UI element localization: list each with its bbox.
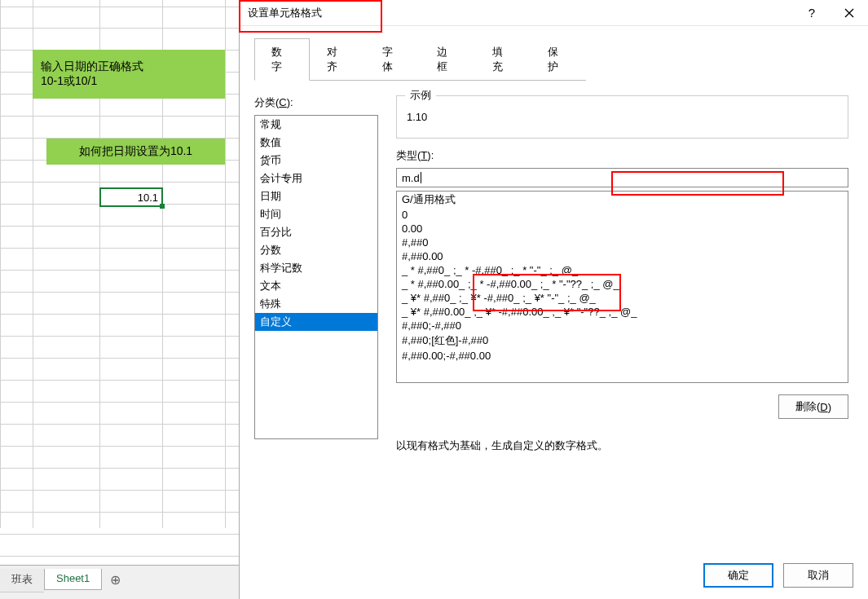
format-code-item[interactable]: #,##0.00 <box>397 249 848 263</box>
sheet-tabbar: 班表 Sheet1 ⊕ <box>0 565 240 599</box>
selected-cell[interactable]: 10.1 <box>99 187 163 207</box>
close-icon <box>844 8 854 18</box>
ok-button[interactable]: 确定 <box>703 563 773 588</box>
format-code-item[interactable]: _ * #,##0.00_ ;_ * -#,##0.00_ ;_ * "-"??… <box>397 277 848 291</box>
format-cells-dialog: 设置单元格格式 ? 数字 对齐 字体 边框 填充 保护 分类(C): 常规数值货… <box>239 0 868 599</box>
tab-align[interactable]: 对齐 <box>310 38 365 81</box>
category-item[interactable]: 文本 <box>255 277 377 295</box>
help-button[interactable]: ? <box>793 1 831 25</box>
delete-button[interactable]: 删除(D) <box>778 394 848 419</box>
tab-font[interactable]: 字体 <box>365 38 421 81</box>
category-item[interactable]: 货币 <box>255 152 377 170</box>
category-item[interactable]: 会计专用 <box>255 170 377 187</box>
format-code-item[interactable]: G/通用格式 <box>397 192 848 208</box>
format-code-item[interactable]: #,##0.00;-#,##0.00 <box>397 349 848 363</box>
dialog-tabs: 数字 对齐 字体 边框 填充 保护 <box>254 37 586 81</box>
text-caret <box>421 172 421 183</box>
type-input[interactable]: m.d <box>396 168 848 187</box>
category-item[interactable]: 百分比 <box>255 223 377 241</box>
note-input-format: 输入日期的正确格式 10-1或10/1 <box>33 50 225 99</box>
format-code-item[interactable]: _ ¥* #,##0.00_ ;_ ¥* -#,##0.00_ ;_ ¥* "-… <box>397 305 848 319</box>
format-code-item[interactable]: _ ¥* #,##0_ ;_ ¥* -#,##0_ ;_ ¥* "-"_ ;_ … <box>397 291 848 305</box>
note-line1: 输入日期的正确格式 <box>41 59 143 74</box>
add-sheet-button[interactable]: ⊕ <box>102 569 129 591</box>
type-input-value: m.d <box>402 172 420 184</box>
grid[interactable]: 输入日期的正确格式 10-1或10/1 如何把日期设置为10.1 10.1 <box>0 0 240 565</box>
tab-border[interactable]: 边框 <box>420 38 475 81</box>
category-item[interactable]: 时间 <box>255 205 377 223</box>
format-code-item[interactable]: #,##0 <box>397 236 848 249</box>
hint-text: 以现有格式为基础，生成自定义的数字格式。 <box>396 438 853 453</box>
category-item[interactable]: 自定义 <box>255 313 377 331</box>
category-item[interactable]: 数值 <box>255 134 377 152</box>
close-button[interactable] <box>831 1 868 25</box>
type-label: 类型(T): <box>396 148 853 163</box>
sheet-tab-2[interactable]: Sheet1 <box>44 569 102 590</box>
category-item[interactable]: 科学记数 <box>255 259 377 277</box>
category-label: 分类(C): <box>254 95 393 110</box>
sheet-tab-1[interactable]: 班表 <box>0 569 44 592</box>
tab-fill[interactable]: 填充 <box>475 38 531 81</box>
format-code-item[interactable]: #,##0;-#,##0 <box>397 319 848 333</box>
example-group: 示例 1.10 <box>396 95 848 139</box>
format-code-item[interactable]: _ * #,##0_ ;_ * -#,##0_ ;_ * "-"_ ;_ @_ <box>397 263 848 277</box>
format-code-item[interactable]: 0 <box>397 208 848 222</box>
category-item[interactable]: 特殊 <box>255 295 377 313</box>
format-code-list[interactable]: G/通用格式00.00#,##0#,##0.00_ * #,##0_ ;_ * … <box>396 191 848 383</box>
note-line2: 10-1或10/1 <box>41 74 97 89</box>
selected-cell-value: 10.1 <box>138 192 158 204</box>
category-item[interactable]: 分数 <box>255 241 377 259</box>
tab-protect[interactable]: 保护 <box>531 38 586 81</box>
category-item[interactable]: 常规 <box>255 116 377 134</box>
example-legend: 示例 <box>405 88 436 103</box>
tab-number[interactable]: 数字 <box>254 38 310 81</box>
format-code-item[interactable]: #,##0;[红色]-#,##0 <box>397 333 848 349</box>
category-item[interactable]: 日期 <box>255 187 377 205</box>
example-value: 1.10 <box>407 111 838 123</box>
category-list[interactable]: 常规数值货币会计专用日期时间百分比分数科学记数文本特殊自定义 <box>254 115 378 439</box>
dialog-footer: 确定 取消 <box>703 563 853 588</box>
cancel-button[interactable]: 取消 <box>783 563 853 588</box>
format-code-item[interactable]: 0.00 <box>397 222 848 236</box>
note-question: 如何把日期设置为10.1 <box>46 139 225 165</box>
spreadsheet-background: 输入日期的正确格式 10-1或10/1 如何把日期设置为10.1 10.1 班表… <box>0 0 240 599</box>
dialog-title: 设置单元格格式 <box>248 6 322 20</box>
dialog-titlebar: 设置单元格格式 ? <box>240 0 868 26</box>
